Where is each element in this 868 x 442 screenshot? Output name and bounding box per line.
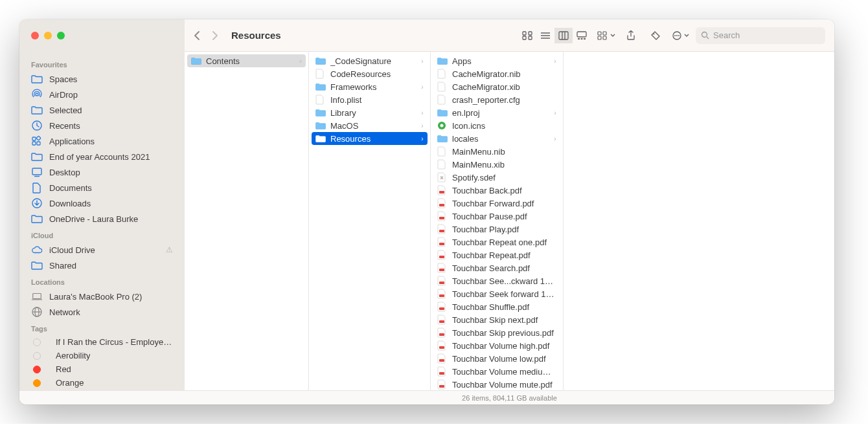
- sidebar-item[interactable]: If I Ran the Circus - Employee brainstor…: [19, 335, 185, 349]
- file-row[interactable]: CacheMigrator.xib: [431, 80, 563, 93]
- svg-rect-10: [577, 32, 586, 37]
- action-menu[interactable]: [671, 30, 689, 41]
- file-name: Icon.icns: [452, 121, 558, 131]
- sidebar-item[interactable]: Orange: [19, 376, 185, 390]
- file-row[interactable]: Icon.icns: [431, 119, 563, 132]
- file-row[interactable]: CodeResources: [309, 67, 430, 80]
- file-row[interactable]: Touchbar Skip next.pdf: [431, 313, 563, 326]
- sidebar-item[interactable]: Recents: [19, 118, 185, 133]
- file-row[interactable]: Info.plist: [309, 93, 430, 106]
- file-row[interactable]: Touchbar Volume low.pdf: [431, 352, 563, 365]
- svg-rect-43: [439, 204, 444, 206]
- file-row[interactable]: Contents›: [187, 54, 306, 67]
- sidebar-item[interactable]: Red: [19, 362, 185, 376]
- file-row[interactable]: Touchbar Shuffle.pdf: [431, 300, 563, 313]
- sidebar-item[interactable]: Network: [19, 304, 185, 320]
- file-row[interactable]: Frameworks›: [309, 80, 430, 93]
- sidebar-item[interactable]: Downloads: [19, 195, 185, 211]
- file-icon: [437, 82, 448, 91]
- sidebar-item[interactable]: Shared: [19, 258, 185, 273]
- file-row[interactable]: Touchbar Search.pdf: [431, 261, 563, 274]
- column-view-button[interactable]: [554, 28, 573, 43]
- sidebar-item[interactable]: Applications: [19, 133, 185, 149]
- file-row[interactable]: Touchbar Repeat.pdf: [431, 249, 563, 261]
- file-row[interactable]: _CodeSignature›: [309, 54, 430, 67]
- sidebar-item-label: AirDrop: [49, 90, 78, 100]
- minimize-button[interactable]: [44, 32, 52, 39]
- file-row[interactable]: MainMenu.nib: [431, 145, 563, 158]
- pdf-icon: [437, 186, 448, 195]
- cloud-icon: [31, 244, 43, 256]
- finder-window: Resources Search F: [19, 19, 834, 404]
- column: _CodeSignature›CodeResourcesFrameworks›I…: [309, 52, 431, 390]
- file-row[interactable]: en.lproj›: [431, 106, 563, 119]
- file-name: Library: [330, 108, 415, 118]
- close-button[interactable]: [31, 32, 39, 39]
- svg-rect-2: [523, 36, 526, 39]
- file-row[interactable]: Touchbar Volume mute.pdf: [431, 378, 563, 390]
- icns-icon: [437, 121, 448, 130]
- chevron-right-icon: ›: [553, 109, 558, 116]
- file-row[interactable]: MacOS›: [309, 119, 430, 132]
- warning-icon: ⚠︎: [166, 245, 173, 254]
- pdf-icon: [437, 341, 448, 350]
- file-row[interactable]: Touchbar Volume medium.pdf: [431, 365, 563, 378]
- file-row[interactable]: Touchbar Back.pdf: [431, 184, 563, 197]
- group-menu[interactable]: [597, 31, 615, 40]
- sidebar-item[interactable]: AirDrop: [19, 87, 185, 102]
- sidebar-item[interactable]: iCloud Drive⚠︎: [19, 242, 185, 258]
- sidebar-item[interactable]: Documents: [19, 180, 185, 195]
- titlebar: Resources Search: [19, 19, 834, 52]
- file-icon: [437, 69, 448, 78]
- file-name: Frameworks: [330, 82, 415, 92]
- file-row[interactable]: ⌘Spotify.sdef: [431, 171, 563, 184]
- sidebar-item-label: Recents: [49, 121, 80, 131]
- file-row[interactable]: CacheMigrator.nib: [431, 67, 563, 80]
- sidebar-item[interactable]: OneDrive - Laura Burke: [19, 211, 185, 227]
- view-mode-group: [518, 28, 591, 43]
- svg-rect-1: [529, 32, 532, 35]
- sidebar-item[interactable]: Spaces: [19, 71, 185, 87]
- sidebar-item[interactable]: Selected: [19, 102, 185, 118]
- file-row[interactable]: Touchbar Skip previous.pdf: [431, 326, 563, 339]
- file-row[interactable]: Library›: [309, 106, 430, 119]
- file-name: Touchbar Volume mute.pdf: [452, 380, 558, 390]
- file-row[interactable]: Touchbar Forward.pdf: [431, 197, 563, 210]
- chevron-down-icon: [610, 34, 615, 38]
- gallery-view-button[interactable]: [573, 28, 591, 43]
- list-view-button[interactable]: [536, 28, 554, 43]
- file-row[interactable]: Touchbar Repeat one.pdf: [431, 236, 563, 249]
- svg-rect-42: [439, 191, 444, 193]
- sidebar-item[interactable]: Aerobility: [19, 349, 185, 362]
- globe-icon: [31, 306, 43, 318]
- svg-point-23: [702, 32, 707, 38]
- file-row[interactable]: crash_reporter.cfg: [431, 93, 563, 106]
- back-button[interactable]: [194, 30, 200, 41]
- icon-view-button[interactable]: [518, 28, 536, 43]
- file-row[interactable]: locales›: [431, 132, 563, 145]
- folder-icon: [31, 151, 43, 162]
- pdf-icon: [437, 225, 448, 234]
- sidebar-item-label: Downloads: [49, 199, 91, 208]
- tag-dot-icon: [33, 352, 41, 360]
- search-input[interactable]: Search: [696, 27, 825, 44]
- file-row[interactable]: Touchbar Pause.pdf: [431, 210, 563, 223]
- file-row[interactable]: Touchbar Play.pdf: [431, 223, 563, 236]
- sidebar-item[interactable]: End of year Accounts 2021: [19, 149, 185, 164]
- sidebar-item[interactable]: Desktop: [19, 164, 185, 180]
- file-row[interactable]: MainMenu.xib: [431, 158, 563, 171]
- file-row[interactable]: Touchbar See...ckward 15.pdf: [431, 274, 563, 287]
- zoom-button[interactable]: [57, 32, 65, 39]
- share-button[interactable]: [622, 28, 640, 43]
- file-row[interactable]: Touchbar Volume high.pdf: [431, 339, 563, 352]
- file-name: MainMenu.nib: [452, 147, 558, 157]
- svg-rect-7: [559, 32, 568, 39]
- file-row[interactable]: Resources›: [312, 132, 428, 145]
- file-row[interactable]: Apps›: [431, 54, 563, 67]
- file-row[interactable]: Touchbar Seek forward 15.pdf: [431, 287, 563, 300]
- forward-button[interactable]: [212, 30, 218, 41]
- sidebar-item-label: Aerobility: [56, 351, 90, 360]
- sidebar-item[interactable]: Laura's MacBook Pro (2): [19, 289, 185, 304]
- tag-button[interactable]: [646, 28, 665, 43]
- folder-icon: [191, 56, 201, 65]
